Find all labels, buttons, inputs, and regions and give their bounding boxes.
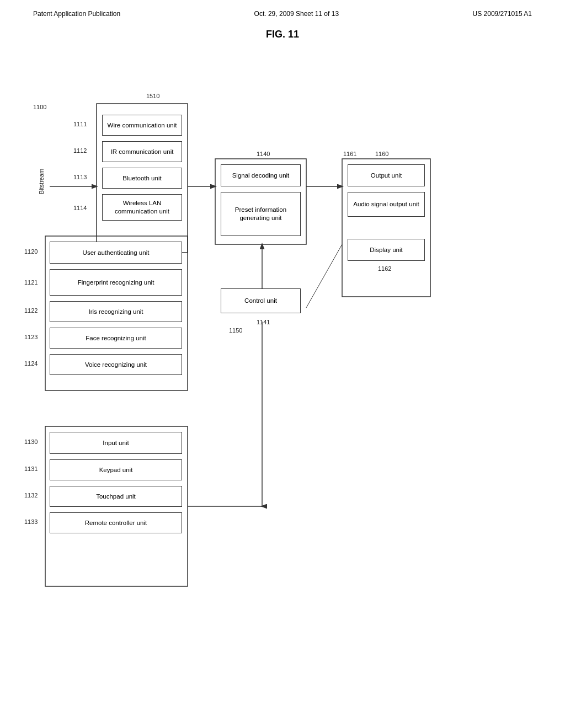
bluetooth-box: Bluetooth unit xyxy=(102,168,182,189)
voice-box: Voice recognizing unit xyxy=(50,354,182,375)
ref-1132: 1132 xyxy=(24,492,38,499)
diagram-ref-1100: 1100 xyxy=(33,104,46,110)
wire-comm-box: Wire communication unit xyxy=(102,115,182,136)
ref-1131: 1131 xyxy=(24,465,38,472)
fig-title: FIG. 11 xyxy=(0,29,565,40)
ref-1112: 1112 xyxy=(73,147,87,154)
ref-1161: 1161 xyxy=(343,151,356,157)
audio-signal-box: Audio signal output unit xyxy=(348,192,425,217)
face-box: Face recognizing unit xyxy=(50,328,182,349)
iris-box: Iris recognizing unit xyxy=(50,301,182,322)
wireless-lan-box: Wireless LAN communication unit xyxy=(102,194,182,221)
page-header: Patent Application Publication Oct. 29, … xyxy=(0,0,565,23)
ref-1133: 1133 xyxy=(24,518,38,525)
signal-decoding-box: Signal decoding unit xyxy=(221,164,301,186)
header-right: US 2009/271015 A1 xyxy=(473,10,532,18)
ref-1120: 1120 xyxy=(24,248,38,255)
ref-1160: 1160 xyxy=(375,151,388,157)
ref-1113: 1113 xyxy=(73,174,87,180)
svg-line-8 xyxy=(306,244,342,308)
preset-info-box: Preset information generating unit xyxy=(221,192,301,236)
ref-1150: 1150 xyxy=(229,327,242,334)
remote-ctrl-box: Remote controller unit xyxy=(50,512,182,533)
ref-1124: 1124 xyxy=(24,360,38,367)
touchpad-box: Touchpad unit xyxy=(50,486,182,507)
ir-comm-box: IR communication unit xyxy=(102,141,182,162)
ref-1114: 1114 xyxy=(73,205,87,211)
ref-1122: 1122 xyxy=(24,307,38,314)
ref-1162: 1162 xyxy=(378,265,391,272)
control-unit-box: Control unit xyxy=(221,288,301,313)
keypad-box: Keypad unit xyxy=(50,459,182,480)
ref-1141: 1141 xyxy=(257,319,270,325)
input-unit-box: Input unit xyxy=(50,432,182,454)
ref-1130: 1130 xyxy=(24,438,38,445)
ref-1121: 1121 xyxy=(24,279,38,286)
bitstream-label: Bitstream xyxy=(38,169,45,194)
ref-1123: 1123 xyxy=(24,334,38,340)
fingerprint-box: Fingerprint recognizing unit xyxy=(50,269,182,296)
user-auth-box: User authenticating unit xyxy=(50,242,182,264)
ref-1510: 1510 xyxy=(146,93,159,99)
ref-1140: 1140 xyxy=(257,151,270,157)
ref-1111: 1111 xyxy=(73,121,87,127)
header-left: Patent Application Publication xyxy=(33,10,120,18)
header-center: Oct. 29, 2009 Sheet 11 of 13 xyxy=(254,10,339,18)
output-unit-box: Output unit xyxy=(348,164,425,186)
diagram-area: 1100 1510 Wire communication unit 1111 I… xyxy=(0,51,565,702)
display-unit-box: Display unit xyxy=(348,239,425,261)
